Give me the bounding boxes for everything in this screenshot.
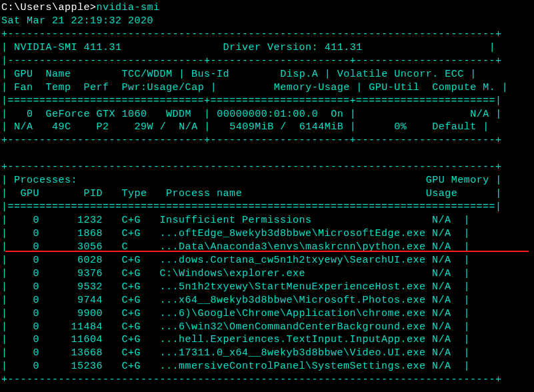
process-row: | 0 1868 C+G ...oftEdge_8wekyb3d8bbwe\Mi… <box>1 227 533 241</box>
divider: +-------------------------------+-------… <box>1 134 533 147</box>
process-row: | 0 9532 C+G ...5n1h2txyewy\StartMenuExp… <box>1 281 533 294</box>
process-row: | 0 1232 C+G Insufficient Permissions N/… <box>1 214 533 227</box>
proc-header-2: | GPU PID Type Process name Usage | <box>1 187 533 201</box>
divider: +---------------------------------------… <box>1 28 533 41</box>
divider: +---------------------------------------… <box>1 161 533 174</box>
process-row: | 0 11484 C+G ...6\win32\OmenCommandCent… <box>1 321 533 334</box>
process-row: | 0 9376 C+G C:\Windows\explorer.exe N/A… <box>1 267 533 281</box>
header-row-2: | Fan Temp Perf Pwr:Usage/Cap | Memory-U… <box>1 81 533 95</box>
process-row: | 0 13668 C+G ...17311.0_x64__8wekyb3d8b… <box>1 347 533 360</box>
gpu-row-2: | N/A 49C P2 29W / N/A | 5409MiB / 6144M… <box>1 121 533 134</box>
process-row: | 0 6028 C+G ...dows.Cortana_cw5n1h2txye… <box>1 254 533 267</box>
process-row: | 0 11604 C+G ...hell.Experiences.TextIn… <box>1 333 533 347</box>
proc-header-1: | Processes: GPU Memory | <box>1 174 533 187</box>
process-row: | 0 15236 C+G ...mmersiveControlPanel\Sy… <box>1 360 533 373</box>
divider: |===============================+=======… <box>1 95 533 108</box>
prompt-path: C:\Users\apple> <box>1 2 97 13</box>
command: nvidia-smi <box>97 2 160 13</box>
divider: |=======================================… <box>1 201 533 214</box>
highlight-underline <box>5 251 529 252</box>
divider: |-------------------------------+-------… <box>1 55 533 68</box>
divider: +---------------------------------------… <box>1 373 533 387</box>
header-row-1: | GPU Name TCC/WDDM | Bus-Id Disp.A | Vo… <box>1 68 533 81</box>
gpu-row-1: | 0 GeForce GTX 1060 WDDM | 00000000:01:… <box>1 108 533 121</box>
process-row: | 0 9900 C+G ...6)\Google\Chrome\Applica… <box>1 307 533 321</box>
prompt-line: C:\Users\apple>nvidia-smi <box>1 1 533 15</box>
version-row: | NVIDIA-SMI 411.31 Driver Version: 411.… <box>1 41 533 55</box>
timestamp: Sat Mar 21 22:19:32 2020 <box>1 15 533 28</box>
process-row: | 0 9744 C+G ...x64__8wekyb3d8bbwe\Micro… <box>1 294 533 307</box>
